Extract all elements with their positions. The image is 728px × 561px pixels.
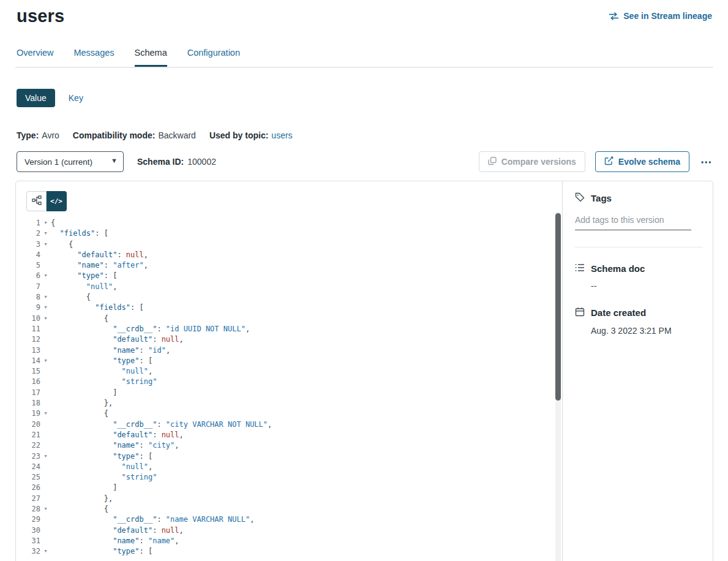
evolve-schema-icon [604, 156, 614, 167]
schema-toggle-key[interactable]: Key [69, 89, 83, 107]
fold-toggle-icon[interactable]: ▼ [40, 314, 51, 324]
fold-spacer [40, 525, 51, 536]
fold-toggle-icon[interactable]: ▼ [40, 546, 51, 557]
doc-list-icon [575, 263, 585, 274]
code-line: 16 "string" [16, 377, 562, 387]
line-number: 25 [16, 472, 40, 483]
code-text: "string" [51, 377, 157, 387]
fold-toggle-icon[interactable]: ▼ [40, 409, 51, 419]
fold-spacer [40, 483, 51, 493]
tags-input[interactable] [575, 214, 691, 230]
version-select[interactable]: Version 1 (current) [17, 151, 124, 172]
code-line: 17 ] [16, 388, 562, 398]
schema-id-value: 100002 [187, 157, 216, 167]
code-line: 27 }, [16, 494, 562, 504]
schema-sidebar: Tags Schema doc -- [563, 181, 713, 561]
stream-lineage-link[interactable]: See in Stream lineage [609, 11, 712, 21]
tab-overview[interactable]: Overview [17, 48, 53, 67]
fold-spacer [40, 494, 51, 504]
schema-doc-section: Schema doc -- [575, 263, 703, 291]
code-line: 19▼ { [16, 409, 562, 419]
schema-toggle-value[interactable]: Value [17, 89, 55, 107]
fold-spacer [40, 388, 51, 398]
schema-doc-title-row: Schema doc [575, 263, 703, 274]
topic-link[interactable]: users [271, 130, 292, 140]
code-line: 32▼ "type": [ [16, 546, 562, 557]
tag-icon [575, 192, 585, 204]
fold-spacer [40, 366, 51, 377]
fold-toggle-icon[interactable]: ▼ [40, 451, 51, 462]
code-text: "null", [51, 282, 117, 292]
sidebar-divider [575, 247, 703, 247]
fold-spacer [40, 536, 51, 546]
scrollbar-track[interactable] [555, 212, 561, 561]
code-text: { [51, 409, 108, 419]
date-created-title: Date created [591, 307, 646, 318]
stream-lineage-label: See in Stream lineage [623, 11, 712, 21]
schema-type-toggle: ValueKey [17, 89, 728, 107]
fold-spacer [40, 250, 51, 260]
fold-spacer [40, 282, 51, 292]
scrollbar-thumb[interactable] [555, 213, 561, 401]
fold-spacer [40, 334, 51, 345]
tab-schema[interactable]: Schema [135, 48, 167, 67]
line-number: 30 [16, 525, 40, 536]
code-line: 7 "null", [16, 282, 562, 292]
code-line: 25 "string" [16, 472, 562, 483]
meta-topic: Used by topic: users [209, 130, 293, 140]
line-number: 15 [16, 366, 40, 377]
fold-toggle-icon[interactable]: ▼ [40, 218, 51, 228]
code-line: 10▼ { [16, 314, 562, 324]
code-line: 6▼ "type": [ [16, 271, 562, 281]
code-line: 29 "__crdb__": "name VARCHAR NULL", [16, 514, 562, 525]
code-line: 20 "__crdb__": "city VARCHAR NOT NULL", [16, 420, 562, 430]
tab-messages[interactable]: Messages [73, 48, 114, 67]
code-line: 11 "__crdb__": "id UUID NOT NULL", [16, 324, 562, 334]
code-text: { [51, 314, 108, 324]
code-text: "fields": [ [51, 303, 144, 313]
code-text: "__crdb__": "id UUID NOT NULL", [51, 324, 250, 334]
code-line: 8▼ { [16, 292, 562, 303]
code-line: 30 "default": null, [16, 525, 562, 536]
code-text: "name": "city", [51, 440, 179, 451]
schema-meta-row: Type: Avro Compatibility mode: Backward … [17, 130, 728, 140]
line-number: 7 [16, 282, 40, 292]
line-number: 22 [16, 440, 40, 451]
code-text: "__crdb__": "name VARCHAR NULL", [51, 514, 254, 525]
code-text: { [51, 218, 55, 228]
code-line: 24 "null", [16, 462, 562, 472]
code-line: 21 "default": null, [16, 430, 562, 440]
compatibility-value: Backward [158, 130, 195, 140]
code-line: 5 "name": "after", [16, 260, 562, 271]
fold-toggle-icon[interactable]: ▼ [40, 356, 51, 366]
fold-toggle-icon[interactable]: ▼ [40, 303, 51, 313]
date-created-section: Date created Aug. 3 2022 3:21 PM [575, 307, 703, 336]
tab-configuration[interactable]: Configuration [187, 48, 240, 67]
fold-spacer [40, 398, 51, 409]
tab-bar: OverviewMessagesSchemaConfiguration [0, 48, 728, 67]
tree-view-button[interactable] [26, 191, 47, 211]
line-number: 4 [16, 250, 40, 260]
line-number: 13 [16, 345, 40, 356]
fold-toggle-icon[interactable]: ▼ [40, 228, 51, 239]
code-line: 9▼ "fields": [ [16, 303, 562, 313]
fold-spacer [40, 440, 51, 451]
type-value: Avro [42, 130, 59, 140]
line-number: 26 [16, 483, 40, 493]
evolve-schema-button[interactable]: Evolve schema [595, 151, 689, 172]
line-number: 12 [16, 334, 40, 345]
code-view-button[interactable]: </> [47, 191, 67, 211]
page-header: users See in Stream lineage [0, 0, 728, 26]
fold-toggle-icon[interactable]: ▼ [40, 292, 51, 303]
fold-toggle-icon[interactable]: ▼ [40, 239, 51, 250]
more-options-button[interactable]: ⋯ [699, 156, 713, 168]
code-text: "type": [ [51, 271, 117, 281]
compare-versions-button[interactable]: Compare versions [479, 151, 585, 172]
line-number: 18 [16, 398, 40, 409]
schema-content: </> 1▼{2▼ "fields": [3▼ {4 "default": nu… [15, 181, 713, 561]
schema-doc-value: -- [591, 281, 703, 291]
code-text: { [51, 239, 73, 250]
fold-toggle-icon[interactable]: ▼ [40, 271, 51, 281]
code-text: "fields": [ [51, 228, 108, 239]
fold-toggle-icon[interactable]: ▼ [40, 504, 51, 514]
